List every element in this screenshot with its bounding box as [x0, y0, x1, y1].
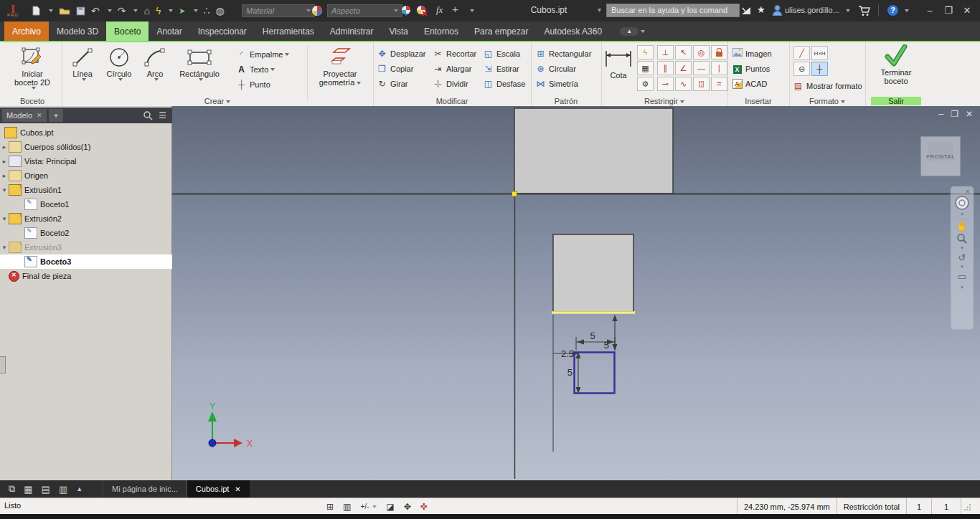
tree-item-origen[interactable]: ▸Origen [0, 168, 172, 183]
aspecto-dropdown[interactable]: Aspecto [327, 4, 402, 17]
auto-dimension-button[interactable]: ϟ [637, 45, 654, 59]
navbar-caret-icon[interactable]: ▾ [961, 211, 963, 217]
adjust-appearance-icon[interactable] [400, 5, 412, 16]
solid-face-bottom[interactable] [553, 234, 633, 312]
recortar-button[interactable]: ✂Recortar [432, 46, 476, 61]
chevron-right-icon[interactable]: ▸ [0, 143, 9, 151]
resize-grip[interactable] [961, 498, 974, 515]
chevron-down-icon[interactable]: ▾ [0, 215, 9, 222]
iniciar-boceto-2d-button[interactable]: Iniciar boceto 2D [10, 45, 55, 90]
patron-rectangular-button[interactable]: ⊞Rectangular [534, 46, 591, 61]
tab-boceto[interactable]: Boceto [106, 22, 149, 41]
tangent-point-constraint-button[interactable]: ∠ [675, 61, 692, 75]
doc-tab-cubos[interactable]: Cubos.ipt✕ [187, 480, 250, 497]
look-at-icon[interactable]: ▭ [958, 271, 966, 282]
vertical-constraint-button[interactable]: ∣ [711, 61, 727, 75]
home-icon[interactable]: ⌂ [143, 0, 149, 22]
copiar-button[interactable]: ❐Copiar [376, 61, 426, 76]
fix-constraint-button[interactable] [711, 45, 727, 59]
sketch-rectangle[interactable] [575, 353, 615, 394]
cota-button[interactable]: Cota [603, 47, 634, 80]
search-input[interactable]: Buscar en la ayuda y los comand [606, 4, 740, 17]
chevron-down-icon[interactable] [169, 9, 173, 12]
new-file-icon[interactable] [32, 6, 41, 16]
centerline-button[interactable]: ⊖ [793, 62, 810, 76]
simetria-button[interactable]: ⋈Simetría [534, 76, 591, 91]
panel-label-formato[interactable]: Formato [789, 97, 865, 105]
chevron-down-icon[interactable] [49, 9, 53, 12]
empalme-button[interactable]: ◜Empalme [235, 47, 289, 62]
tree-item-part[interactable]: Cubos.ipt [0, 125, 172, 140]
coincident-constraint-button[interactable]: ↖ [675, 45, 692, 59]
linea-button[interactable]: Línea [67, 45, 98, 81]
user-name[interactable]: ulises.gordillo... [785, 6, 839, 14]
doc-restore-button[interactable]: ❐ [951, 109, 958, 119]
desfase-button[interactable]: ◫Desfase [482, 76, 525, 91]
parameters-fx-icon[interactable]: fx [436, 4, 443, 16]
tab-inspeccionar[interactable]: Inspeccionar [190, 22, 255, 41]
tree-item-extrusion3[interactable]: ▾Extrusión3 [0, 240, 172, 254]
estirar-button[interactable]: ⇲Estirar [482, 61, 525, 76]
mostrar-formato-button[interactable]: ▤Mostrar formato [792, 78, 862, 93]
parallel-constraint-button[interactable]: ∥ [657, 61, 674, 75]
tab-archivo[interactable]: Archivo [4, 22, 49, 41]
dimension-height[interactable]: 5 [567, 367, 573, 378]
iproperties-flash-icon[interactable]: ϟ [156, 0, 161, 22]
doc-minimize-button[interactable]: – [938, 109, 943, 119]
tile-vertical-icon[interactable]: ▥ [55, 480, 72, 497]
navbar-caret-icon[interactable]: ▾ [961, 263, 963, 270]
grid-snap-icon[interactable]: ⊞ [326, 502, 334, 512]
user-caret-icon[interactable] [846, 9, 850, 12]
tab-modelo-3d[interactable]: Modelo 3D [49, 22, 106, 41]
panel-grip[interactable] [0, 356, 6, 373]
open-folder-icon[interactable] [59, 6, 70, 15]
tab-close-icon[interactable]: ✕ [235, 485, 240, 493]
concentric-constraint-button[interactable]: ◎ [693, 45, 710, 59]
tree-item-solid-bodies[interactable]: ▸Cuerpos sólidos(1) [0, 140, 172, 154]
tab-vista[interactable]: Vista [382, 22, 416, 41]
pan-hand-icon[interactable]: ✋ [956, 221, 968, 232]
save-icon[interactable] [76, 6, 85, 16]
driven-dimension-button[interactable]: H×H [811, 46, 828, 60]
browser-menu-icon[interactable]: ☰ [159, 110, 166, 120]
imagen-button[interactable]: Imagen [731, 46, 772, 61]
add-qat-icon[interactable]: + [452, 3, 458, 15]
construction-line-button[interactable]: ╱ [793, 46, 810, 60]
dimension-display-icon[interactable]: +/- [360, 503, 369, 510]
proyectar-geometria-button[interactable]: Proyectar geometría [313, 45, 367, 87]
viewcube[interactable]: FRONTAL [920, 136, 961, 176]
chevron-down-icon[interactable] [108, 9, 112, 12]
acad-button[interactable]: A ACAD [731, 76, 772, 91]
tree-item-extrusion2[interactable]: ▾Extrusión2 [0, 211, 172, 226]
constraint-settings-button[interactable]: ⚙ [637, 77, 654, 91]
redo-icon[interactable]: ↷ [118, 0, 126, 22]
steering-wheel-icon[interactable] [954, 195, 970, 211]
patron-circular-button[interactable]: ⊛Circular [534, 61, 591, 76]
sketch-vertex-point[interactable] [512, 191, 517, 196]
punto-button[interactable]: ┼Punto [235, 77, 289, 92]
material-dropdown[interactable]: Material [242, 4, 315, 17]
zoom-magnifier-icon[interactable] [956, 233, 968, 244]
help-icon[interactable]: ? [887, 5, 898, 16]
tile-windows-icon[interactable]: ▦ [19, 480, 37, 497]
expand-tabs-icon[interactable]: ▲ [72, 480, 87, 497]
store-cart-icon[interactable] [858, 5, 871, 16]
tree-item-boceto2[interactable]: Boceto2 [0, 226, 172, 240]
alargar-button[interactable]: ⇥Alargar [432, 61, 476, 76]
navbar-caret-icon[interactable]: ▾ [961, 284, 963, 290]
girar-button[interactable]: ↻Girar [376, 76, 426, 91]
tab-administrar[interactable]: Administrar [322, 22, 382, 41]
qat-customize-caret-icon[interactable] [470, 9, 474, 12]
browser-search-icon[interactable] [143, 110, 153, 120]
navbar-caret-icon[interactable]: ▾ [961, 244, 963, 251]
center-point-button[interactable]: ┼ [811, 62, 828, 76]
horizontal-constraint-button[interactable]: ― [693, 61, 710, 75]
slice-graphics-icon[interactable]: ◪ [386, 502, 394, 512]
terminar-boceto-button[interactable]: Terminar boceto [871, 44, 921, 85]
viewcube-face-label[interactable]: FRONTAL [926, 153, 955, 160]
tree-item-end-of-part[interactable]: Final de pieza [0, 269, 172, 283]
browser-tab-close-icon[interactable]: ✕ [37, 112, 42, 119]
dividir-button[interactable]: -|-Dividir [432, 76, 476, 91]
favorites-star-icon[interactable]: ★ [757, 4, 765, 15]
equal-constraint-button[interactable]: = [711, 77, 727, 91]
